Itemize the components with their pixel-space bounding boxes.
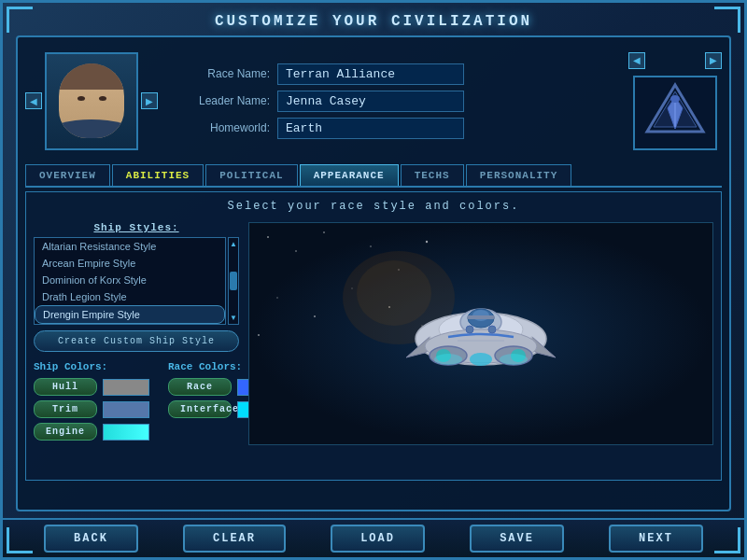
emblem-next-btn[interactable]: ▶ — [705, 52, 722, 69]
svg-point-3 — [670, 95, 680, 103]
styles-list-wrapper: Altarian Resistance Style Arcean Empire … — [34, 237, 239, 325]
trim-swatch[interactable] — [103, 401, 149, 418]
corner-br — [714, 527, 740, 553]
svg-point-35 — [434, 354, 462, 365]
load-button[interactable]: Load — [331, 525, 425, 553]
back-button[interactable]: Back — [44, 525, 138, 553]
ship-colors-label: Ship Colors: — [34, 361, 149, 372]
tab-techs[interactable]: Techs — [401, 164, 464, 186]
style-item-3[interactable]: Drath Legion Style — [35, 288, 225, 305]
eye-left — [78, 96, 85, 101]
style-item-4[interactable]: Drengin Empire Style — [35, 305, 225, 324]
emblem-icon — [642, 80, 708, 146]
homeworld-row: Homeworld: — [167, 118, 619, 139]
portrait-prev-btn[interactable]: ◀ — [25, 92, 42, 109]
colors-section: Ship Colors: Hull Trim — [34, 361, 239, 445]
trim-color-row: Trim — [34, 400, 149, 418]
hull-color-row: Hull — [34, 378, 149, 396]
hull-button[interactable]: Hull — [34, 378, 97, 396]
face — [59, 63, 124, 138]
ship-preview — [248, 222, 713, 445]
outer-frame: CUSTOMIZE YOUR CIVILIZATION ◀ — [0, 0, 747, 560]
scroll-thumb[interactable] — [230, 272, 237, 290]
face-shoulder — [59, 119, 124, 138]
engine-color-row: Engine — [34, 423, 149, 441]
race-name-row: Race Name: — [167, 63, 619, 85]
portrait — [45, 52, 138, 150]
custom-style-button[interactable]: Create Custom Ship Style — [34, 330, 239, 352]
tabs-bar: Overview Abilities Political Appearance … — [25, 164, 722, 188]
tab-political[interactable]: Political — [205, 164, 297, 186]
ship-panel: Ship Styles: Altarian Resistance Style A… — [34, 222, 713, 445]
clear-button[interactable]: Clear — [183, 525, 286, 553]
save-button[interactable]: Save — [470, 525, 564, 553]
svg-point-5 — [267, 236, 269, 238]
svg-point-29 — [470, 353, 492, 366]
homeworld-label: Homeworld: — [167, 121, 270, 134]
interface-button[interactable]: Interface — [168, 400, 232, 418]
styles-column: Ship Styles: Altarian Resistance Style A… — [34, 222, 239, 445]
svg-point-7 — [323, 231, 325, 233]
svg-rect-32 — [467, 315, 495, 319]
portrait-next-btn[interactable]: ▶ — [141, 92, 158, 109]
info-section: ◀ — [25, 45, 722, 157]
svg-point-36 — [500, 354, 528, 365]
svg-point-10 — [426, 241, 428, 243]
main-content: ◀ — [16, 35, 731, 511]
svg-point-33 — [466, 326, 473, 333]
ship-colors-col: Ship Colors: Hull Trim — [34, 361, 149, 445]
tab-appearance[interactable]: Appearance — [300, 164, 399, 186]
corner-tl — [7, 7, 33, 33]
style-item-1[interactable]: Arcean Empire Style — [35, 255, 225, 272]
eye-right — [99, 96, 106, 101]
emblem-box — [633, 76, 717, 150]
svg-point-11 — [276, 297, 278, 299]
svg-point-34 — [488, 326, 496, 333]
leader-name-label: Leader Name: — [167, 94, 270, 107]
content-panel: Select your race style and colors. Ship … — [25, 191, 722, 481]
panel-subtitle: Select your race style and colors. — [34, 200, 713, 213]
styles-list: Altarian Resistance Style Arcean Empire … — [34, 237, 226, 325]
emblem-prev-btn[interactable]: ◀ — [628, 52, 645, 69]
trim-button[interactable]: Trim — [34, 400, 97, 418]
corner-bl — [7, 527, 33, 553]
engine-swatch[interactable] — [103, 424, 149, 441]
tab-personality[interactable]: Personality — [466, 164, 572, 186]
svg-point-8 — [370, 245, 372, 247]
page-title: CUSTOMIZE YOUR CIVILIZATION — [3, 3, 744, 35]
tab-overview[interactable]: Overview — [25, 164, 110, 186]
face-hair — [59, 63, 124, 90]
leader-name-row: Leader Name: — [167, 91, 619, 112]
fields-section: Race Name: Leader Name: Homeworld: — [167, 56, 619, 147]
scroll-up-arrow[interactable]: ▲ — [230, 240, 237, 248]
emblem-area: ◀ ▶ — [628, 52, 722, 150]
ship-image — [388, 255, 574, 413]
race-name-label: Race Name: — [167, 67, 270, 80]
leader-name-input[interactable] — [277, 91, 464, 112]
svg-point-6 — [295, 250, 297, 252]
styles-label: Ship Styles: — [34, 222, 239, 233]
svg-point-16 — [258, 334, 260, 336]
next-button[interactable]: Next — [609, 525, 703, 553]
face-eyes — [59, 96, 124, 101]
style-item-2[interactable]: Dominion of Korx Style — [35, 272, 225, 288]
style-item-0[interactable]: Altarian Resistance Style — [35, 238, 225, 255]
hull-swatch[interactable] — [103, 379, 149, 396]
corner-tr — [714, 7, 740, 33]
engine-button[interactable]: Engine — [34, 423, 97, 441]
race-name-input[interactable] — [277, 63, 464, 85]
colors-cols: Ship Colors: Hull Trim — [34, 361, 239, 445]
styles-scrollbar[interactable]: ▲ ▼ — [228, 237, 239, 325]
face-container — [54, 62, 129, 141]
svg-point-12 — [314, 315, 316, 317]
bottom-bar: Back Clear Load Save Next — [3, 518, 744, 557]
tab-abilities[interactable]: Abilities — [112, 164, 204, 186]
race-button[interactable]: Race — [168, 378, 232, 396]
homeworld-input[interactable] — [277, 118, 464, 139]
scroll-down-arrow[interactable]: ▼ — [230, 314, 237, 322]
